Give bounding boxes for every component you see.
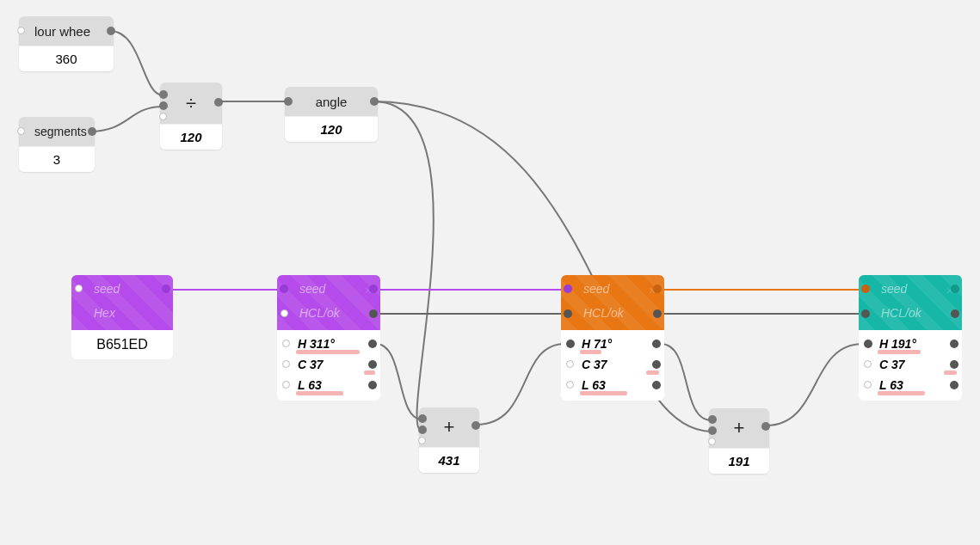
bar-l (878, 391, 925, 395)
port-in-data[interactable] (564, 309, 572, 318)
color-header: seed HCL/ok × (859, 275, 962, 330)
hcl-row-l[interactable]: L 63 (859, 375, 962, 395)
hcl-c: C 37 (582, 358, 607, 371)
node-divide[interactable]: ÷ 120 (160, 83, 222, 150)
port-in-c[interactable] (708, 438, 716, 445)
port-out[interactable] (472, 421, 480, 430)
port-in-data[interactable] (280, 309, 288, 317)
hcl-c: C 37 (879, 358, 905, 371)
port-in-b[interactable] (708, 426, 717, 435)
port-in-top[interactable] (280, 285, 288, 293)
hcl-row-c[interactable]: C 37 (277, 354, 380, 375)
node-value[interactable]: 3 (19, 146, 95, 172)
operator-divide: ÷ (186, 92, 196, 114)
port-in[interactable] (17, 27, 25, 34)
hcl-body: H 311° C 37 L 63 (277, 330, 380, 401)
port-in-data[interactable] (861, 309, 870, 318)
port-out[interactable] (107, 27, 115, 35)
hcl-h: H 71° (582, 337, 612, 351)
port-c-out[interactable] (950, 360, 958, 369)
node-header: + (709, 408, 769, 448)
hcl-h: H 191° (879, 337, 916, 351)
operator-plus: + (444, 416, 455, 438)
color-header: seed HCL/ok × (277, 275, 380, 330)
port-in-b[interactable] (159, 101, 168, 110)
node-value[interactable]: 360 (19, 46, 114, 71)
node-value: 120 (160, 124, 222, 150)
port-l-in[interactable] (282, 381, 290, 389)
node-seed-hcl-1[interactable]: seed HCL/ok × H 311° C 37 L 63 (277, 275, 380, 401)
port-l-out[interactable] (368, 381, 377, 389)
port-c-out[interactable] (652, 360, 661, 369)
port-out-data[interactable] (369, 309, 378, 318)
hcl-row-h[interactable]: H 311° (277, 334, 380, 354)
port-in-a[interactable] (708, 415, 717, 424)
port-out[interactable] (88, 127, 96, 136)
node-angle[interactable]: angle 120 (285, 87, 378, 142)
hcl-body: H 71° C 37 L 63 (561, 330, 664, 401)
node-add-2[interactable]: + 191 (709, 408, 769, 474)
node-colour-wheel[interactable]: lour whee 360 (19, 16, 114, 71)
node-label: segments (34, 125, 87, 138)
port-h-in[interactable] (282, 340, 290, 347)
node-segments[interactable]: segments 3 (19, 117, 95, 172)
port-out-top[interactable] (653, 285, 662, 293)
port-c-in[interactable] (566, 360, 574, 368)
port-in-top[interactable] (861, 285, 870, 293)
port-h-in[interactable] (864, 340, 872, 348)
port-in-a[interactable] (418, 414, 427, 423)
port-in-top[interactable] (75, 285, 83, 292)
hcl-c: C 37 (298, 358, 324, 371)
hcl-row-l[interactable]: L 63 (277, 375, 380, 395)
bar-l (580, 391, 627, 395)
node-value: 120 (285, 116, 378, 142)
head-label-1: seed (94, 282, 120, 296)
port-l-out[interactable] (652, 381, 661, 389)
port-in-a[interactable] (159, 90, 168, 99)
hcl-h: H 311° (298, 337, 335, 351)
port-in-b[interactable] (418, 426, 427, 434)
head-label-1: seed (583, 282, 609, 296)
hcl-row-h[interactable]: H 71° (561, 334, 664, 354)
bar-l (296, 391, 343, 395)
port-in[interactable] (17, 127, 25, 135)
port-in-top[interactable] (564, 285, 572, 293)
port-in-c[interactable] (418, 437, 426, 444)
hcl-row-l[interactable]: L 63 (561, 375, 664, 395)
head-label-2: HCL/ok (299, 306, 340, 320)
node-add-1[interactable]: + 431 (419, 407, 479, 473)
node-seed-hcl-3[interactable]: seed HCL/ok × H 191° C 37 L 63 (859, 275, 962, 401)
hcl-row-c[interactable]: C 37 (859, 354, 962, 375)
port-c-in[interactable] (282, 360, 290, 368)
hex-value[interactable]: B651ED (71, 330, 173, 359)
port-out[interactable] (761, 422, 770, 431)
port-out-top[interactable] (369, 285, 378, 293)
node-label: lour whee (34, 24, 90, 39)
port-out-data[interactable] (951, 309, 959, 318)
port-in-c[interactable] (159, 113, 167, 120)
port-l-in[interactable] (864, 381, 872, 389)
hcl-row-h[interactable]: H 191° (859, 334, 962, 354)
port-out-data[interactable] (653, 309, 662, 318)
port-out-top[interactable] (951, 285, 959, 293)
port-h-out[interactable] (950, 340, 958, 348)
node-seed-hex[interactable]: seed Hex B651ED (71, 275, 173, 359)
port-h-out[interactable] (652, 340, 661, 348)
port-l-out[interactable] (950, 381, 958, 389)
head-label-2: Hex (94, 306, 115, 320)
port-h-out[interactable] (368, 340, 377, 348)
node-header: + (419, 407, 479, 447)
port-c-out[interactable] (368, 360, 377, 369)
port-out[interactable] (214, 98, 223, 107)
port-out[interactable] (370, 97, 379, 106)
node-seed-hcl-2[interactable]: seed HCL/ok × H 71° C 37 L 63 (561, 275, 664, 401)
port-out-top[interactable] (162, 285, 170, 293)
hcl-row-c[interactable]: C 37 (561, 354, 664, 375)
node-header: segments (19, 117, 95, 146)
port-h-in[interactable] (566, 340, 575, 348)
port-in[interactable] (284, 97, 293, 106)
port-l-in[interactable] (566, 381, 574, 389)
node-header: ÷ (160, 83, 222, 124)
port-c-in[interactable] (864, 360, 872, 368)
head-label-1: seed (299, 282, 325, 296)
